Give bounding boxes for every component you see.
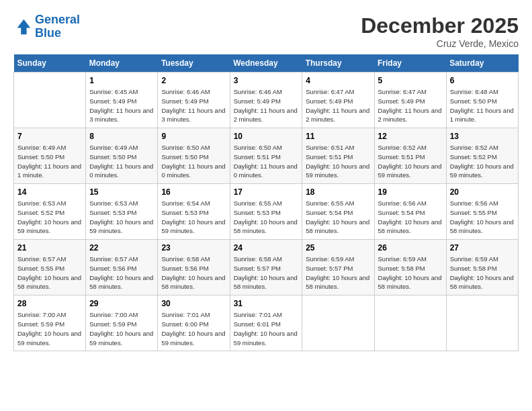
calendar-cell: 16Sunrise: 6:54 AM Sunset: 5:53 PM Dayli… [158, 184, 230, 240]
day-number: 1 [89, 76, 154, 85]
day-info: Sunrise: 6:55 AM Sunset: 5:53 PM Dayligh… [234, 199, 299, 236]
day-number: 3 [234, 76, 299, 85]
day-info: Sunrise: 6:54 AM Sunset: 5:53 PM Dayligh… [161, 199, 226, 236]
calendar-cell: 27Sunrise: 6:59 AM Sunset: 5:58 PM Dayli… [446, 240, 518, 295]
calendar-cell: 29Sunrise: 7:00 AM Sunset: 5:59 PM Dayli… [86, 295, 158, 351]
day-number: 28 [17, 299, 82, 308]
calendar-cell: 8Sunrise: 6:49 AM Sunset: 5:50 PM Daylig… [86, 128, 158, 184]
day-number: 20 [450, 187, 515, 197]
calendar-cell: 31Sunrise: 7:01 AM Sunset: 6:01 PM Dayli… [230, 295, 302, 351]
logo-icon [13, 17, 32, 36]
calendar-cell [302, 295, 374, 351]
day-info: Sunrise: 6:59 AM Sunset: 5:58 PM Dayligh… [378, 255, 443, 291]
day-info: Sunrise: 6:58 AM Sunset: 5:56 PM Dayligh… [161, 255, 226, 291]
calendar-cell: 11Sunrise: 6:51 AM Sunset: 5:51 PM Dayli… [302, 128, 374, 184]
day-number: 24 [234, 243, 299, 253]
day-info: Sunrise: 7:00 AM Sunset: 5:59 PM Dayligh… [17, 310, 82, 347]
calendar-cell: 15Sunrise: 6:53 AM Sunset: 5:53 PM Dayli… [86, 184, 158, 240]
day-info: Sunrise: 6:51 AM Sunset: 5:51 PM Dayligh… [306, 143, 370, 180]
day-info: Sunrise: 6:48 AM Sunset: 5:50 PM Dayligh… [450, 87, 515, 124]
day-info: Sunrise: 6:45 AM Sunset: 5:49 PM Dayligh… [89, 87, 154, 124]
week-row-5: 28Sunrise: 7:00 AM Sunset: 5:59 PM Dayli… [14, 295, 519, 351]
day-number: 10 [234, 132, 299, 141]
calendar-cell: 28Sunrise: 7:00 AM Sunset: 5:59 PM Dayli… [14, 295, 86, 351]
day-number: 5 [378, 76, 443, 85]
calendar-cell: 2Sunrise: 6:46 AM Sunset: 5:49 PM Daylig… [158, 73, 230, 128]
day-number: 4 [306, 76, 370, 85]
day-number: 25 [306, 243, 370, 253]
day-info: Sunrise: 6:56 AM Sunset: 5:54 PM Dayligh… [378, 199, 443, 236]
day-info: Sunrise: 6:53 AM Sunset: 5:53 PM Dayligh… [89, 199, 154, 236]
logo-text: General Blue [35, 13, 80, 40]
day-number: 21 [17, 243, 82, 253]
calendar-cell: 3Sunrise: 6:46 AM Sunset: 5:49 PM Daylig… [230, 73, 302, 128]
day-number: 15 [89, 187, 154, 197]
week-row-1: 1Sunrise: 6:45 AM Sunset: 5:49 PM Daylig… [14, 73, 519, 128]
weekday-header-thursday: Thursday [302, 54, 374, 73]
day-info: Sunrise: 6:50 AM Sunset: 5:51 PM Dayligh… [234, 143, 299, 180]
weekday-header-sunday: Sunday [14, 54, 86, 73]
day-number: 8 [89, 132, 154, 141]
day-number: 27 [450, 243, 515, 253]
day-number: 16 [161, 187, 226, 197]
logo-line2: Blue [35, 26, 61, 40]
day-info: Sunrise: 6:47 AM Sunset: 5:49 PM Dayligh… [378, 87, 443, 124]
week-row-2: 7Sunrise: 6:49 AM Sunset: 5:50 PM Daylig… [14, 128, 519, 184]
calendar-cell: 24Sunrise: 6:58 AM Sunset: 5:57 PM Dayli… [230, 240, 302, 295]
day-info: Sunrise: 6:46 AM Sunset: 5:49 PM Dayligh… [234, 87, 299, 124]
logo-line1: General [35, 13, 80, 26]
calendar-cell: 14Sunrise: 6:53 AM Sunset: 5:52 PM Dayli… [14, 184, 86, 240]
page-header: General Blue December 2025 Cruz Verde, M… [13, 13, 519, 49]
day-info: Sunrise: 7:01 AM Sunset: 6:01 PM Dayligh… [234, 310, 299, 347]
day-number: 6 [450, 76, 515, 85]
day-number: 11 [306, 132, 370, 141]
day-info: Sunrise: 6:57 AM Sunset: 5:56 PM Dayligh… [89, 255, 154, 291]
day-number: 18 [306, 187, 370, 197]
calendar-cell: 7Sunrise: 6:49 AM Sunset: 5:50 PM Daylig… [14, 128, 86, 184]
calendar-cell: 13Sunrise: 6:52 AM Sunset: 5:52 PM Dayli… [446, 128, 518, 184]
day-number: 7 [17, 132, 82, 141]
day-number: 31 [234, 299, 299, 308]
location: Cruz Verde, Mexico [361, 38, 519, 49]
weekday-header-monday: Monday [86, 54, 158, 73]
calendar-table: SundayMondayTuesdayWednesdayThursdayFrid… [13, 54, 519, 351]
day-info: Sunrise: 6:56 AM Sunset: 5:55 PM Dayligh… [450, 199, 515, 236]
calendar-cell: 19Sunrise: 6:56 AM Sunset: 5:54 PM Dayli… [374, 184, 446, 240]
calendar-cell: 23Sunrise: 6:58 AM Sunset: 5:56 PM Dayli… [158, 240, 230, 295]
day-info: Sunrise: 7:00 AM Sunset: 5:59 PM Dayligh… [89, 310, 154, 347]
week-row-4: 21Sunrise: 6:57 AM Sunset: 5:55 PM Dayli… [14, 240, 519, 295]
calendar-cell: 21Sunrise: 6:57 AM Sunset: 5:55 PM Dayli… [14, 240, 86, 295]
day-info: Sunrise: 6:59 AM Sunset: 5:58 PM Dayligh… [450, 255, 515, 291]
calendar-cell: 18Sunrise: 6:55 AM Sunset: 5:54 PM Dayli… [302, 184, 374, 240]
day-number: 12 [378, 132, 443, 141]
calendar-cell [374, 295, 446, 351]
calendar-cell: 26Sunrise: 6:59 AM Sunset: 5:58 PM Dayli… [374, 240, 446, 295]
calendar-cell: 17Sunrise: 6:55 AM Sunset: 5:53 PM Dayli… [230, 184, 302, 240]
day-number: 14 [17, 187, 82, 197]
calendar-cell: 4Sunrise: 6:47 AM Sunset: 5:49 PM Daylig… [302, 73, 374, 128]
day-number: 19 [378, 187, 443, 197]
day-info: Sunrise: 6:59 AM Sunset: 5:57 PM Dayligh… [306, 255, 370, 291]
day-number: 26 [378, 243, 443, 253]
calendar-cell [14, 73, 86, 128]
weekday-header-wednesday: Wednesday [230, 54, 302, 73]
day-info: Sunrise: 6:47 AM Sunset: 5:49 PM Dayligh… [306, 87, 370, 124]
logo: General Blue [13, 13, 80, 40]
day-info: Sunrise: 6:52 AM Sunset: 5:52 PM Dayligh… [450, 143, 515, 180]
day-number: 13 [450, 132, 515, 141]
svg-marker-0 [17, 19, 31, 34]
calendar-cell: 22Sunrise: 6:57 AM Sunset: 5:56 PM Dayli… [86, 240, 158, 295]
day-info: Sunrise: 6:49 AM Sunset: 5:50 PM Dayligh… [17, 143, 82, 180]
weekday-header-friday: Friday [374, 54, 446, 73]
day-number: 17 [234, 187, 299, 197]
day-number: 22 [89, 243, 154, 253]
calendar-cell: 12Sunrise: 6:52 AM Sunset: 5:51 PM Dayli… [374, 128, 446, 184]
calendar-cell: 10Sunrise: 6:50 AM Sunset: 5:51 PM Dayli… [230, 128, 302, 184]
calendar-cell: 25Sunrise: 6:59 AM Sunset: 5:57 PM Dayli… [302, 240, 374, 295]
weekday-header-tuesday: Tuesday [158, 54, 230, 73]
day-info: Sunrise: 6:58 AM Sunset: 5:57 PM Dayligh… [234, 255, 299, 291]
calendar-cell [446, 295, 518, 351]
day-info: Sunrise: 6:46 AM Sunset: 5:49 PM Dayligh… [161, 87, 226, 124]
day-number: 29 [89, 299, 154, 308]
calendar-cell: 6Sunrise: 6:48 AM Sunset: 5:50 PM Daylig… [446, 73, 518, 128]
